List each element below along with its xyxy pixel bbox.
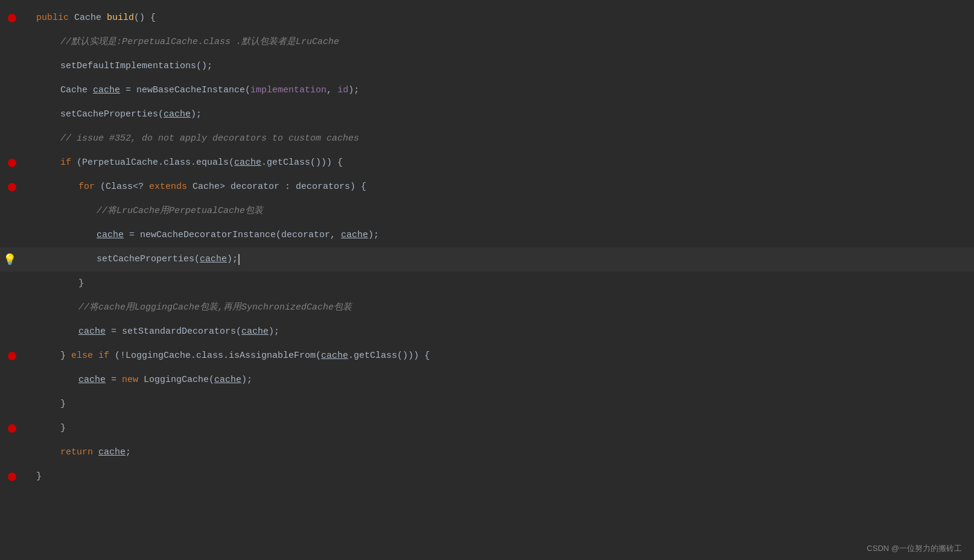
plain: setDefaultImplementations(); (60, 54, 212, 78)
line-content-16: cache = new LoggingCache(cache); (24, 368, 252, 392)
var-cache: cache (321, 344, 348, 368)
keyword: public (36, 6, 74, 30)
code-line-9: //将LruCache用PerpetualCache包装 (0, 199, 974, 223)
breakpoint-18 (8, 424, 16, 433)
code-line-11: 💡 setCacheProperties(cache); (0, 247, 974, 272)
keyword: return (60, 441, 98, 465)
plain: LoggingCache( (144, 368, 214, 392)
line-content-6: // issue #352, do not apply decorators t… (24, 127, 359, 151)
breakpoint-1 (8, 14, 16, 22)
type: Cache (74, 6, 107, 30)
keyword: new (122, 368, 144, 392)
code-line-5: setCacheProperties(cache); (0, 103, 974, 127)
var-cache: cache (214, 368, 241, 392)
line-content-8: for (Class<? extends Cache> decorator : … (24, 175, 366, 199)
extends-keyword: extends (149, 175, 193, 199)
keyword: else if (71, 344, 115, 368)
var-cache: cache (98, 441, 126, 465)
var-cache: cache (241, 320, 269, 344)
code-line-1: public Cache build() { (0, 6, 974, 30)
code-line-10: cache = newCacheDecoratorInstance(decora… (0, 223, 974, 247)
plain: ); (368, 223, 379, 247)
code-line-20: } (0, 465, 974, 489)
watermark: CSDN @一位努力的搬砖工 (867, 543, 962, 554)
plain: .getClass())) { (348, 344, 430, 368)
comment: //将LruCache用PerpetualCache包装 (97, 199, 263, 223)
code-line-15: } else if (!LoggingCache.class.isAssigna… (0, 344, 974, 368)
code-line-13: //将cache用LoggingCache包装,再用SynchronizedCa… (0, 296, 974, 320)
code-line-3: setDefaultImplementations(); (0, 54, 974, 78)
breakpoint-20 (8, 472, 16, 481)
plain: ); (348, 78, 359, 103)
plain: ); (269, 320, 279, 344)
line-content-15: } else if (!LoggingCache.class.isAssigna… (24, 344, 430, 368)
text-cursor (238, 254, 240, 265)
plain: () { (134, 6, 156, 30)
line-content-13: //将cache用LoggingCache包装,再用SynchronizedCa… (24, 296, 352, 320)
line-content-4: Cache cache = newBaseCacheInstance(imple… (24, 78, 359, 103)
var-cache: cache (78, 368, 106, 392)
plain: setCacheProperties( (60, 103, 164, 127)
breakpoint-15 (8, 352, 16, 360)
plain: ); (191, 103, 202, 127)
line-content-17: } (24, 392, 66, 416)
code-line-18: } (0, 416, 974, 441)
plain: ); (227, 247, 238, 272)
var-cache: cache (200, 247, 227, 272)
line-content-7: if (PerpetualCache.class.equals(cache.ge… (24, 151, 343, 175)
plain: } (36, 465, 42, 489)
line-content-18: } (24, 416, 66, 441)
code-line-17: } (0, 392, 974, 416)
code-editor: public Cache build() { //默认实现是:Perpetual… (0, 0, 974, 560)
comment: //默认实现是:PerpetualCache.class .默认包装者是LruC… (60, 30, 339, 54)
breakpoint-8 (8, 183, 16, 191)
code-line-12: } (0, 272, 974, 296)
plain: } (60, 344, 71, 368)
var-cache: cache (78, 320, 106, 344)
bulb-icon: 💡 (3, 253, 16, 266)
plain: setCacheProperties( (97, 247, 200, 272)
line-content-9: //将LruCache用PerpetualCache包装 (24, 199, 263, 223)
var-cache: cache (93, 78, 120, 103)
line-content-11: setCacheProperties(cache); (24, 247, 240, 272)
plain: .getClass())) { (261, 151, 343, 175)
line-content-19: return cache; (24, 441, 131, 465)
line-content-1: public Cache build() { (24, 6, 156, 30)
breakpoint-7 (8, 159, 16, 167)
var-cache: cache (234, 151, 261, 175)
code-line-14: cache = setStandardDecorators(cache); (0, 320, 974, 344)
var-cache: cache (164, 103, 191, 127)
plain: } (60, 392, 66, 416)
keyword: for (78, 175, 100, 199)
param: id (337, 78, 348, 103)
plain: (!LoggingCache.class.isAssignableFrom( (115, 344, 321, 368)
plain: = newBaseCacheInstance( (120, 78, 250, 103)
comment: // issue #352, do not apply decorators t… (60, 127, 359, 151)
plain: } (78, 272, 84, 296)
plain: } (60, 416, 66, 441)
line-content-2: //默认实现是:PerpetualCache.class .默认包装者是LruC… (24, 30, 339, 54)
type: Cache (60, 78, 93, 103)
code-line-6: // issue #352, do not apply decorators t… (0, 127, 974, 151)
line-content-3: setDefaultImplementations(); (24, 54, 212, 78)
code-line-4: Cache cache = newBaseCacheInstance(imple… (0, 78, 974, 103)
plain: = (106, 368, 122, 392)
keyword: if (60, 151, 77, 175)
plain: = setStandardDecorators( (106, 320, 241, 344)
line-content-5: setCacheProperties(cache); (24, 103, 202, 127)
code-line-19: return cache; (0, 441, 974, 465)
var-cache: cache (341, 223, 368, 247)
code-line-2: //默认实现是:PerpetualCache.class .默认包装者是LruC… (0, 30, 974, 54)
code-line-7: if (PerpetualCache.class.equals(cache.ge… (0, 151, 974, 175)
plain: Cache> decorator : decorators) { (193, 175, 366, 199)
plain: = newCacheDecoratorInstance(decorator, (124, 223, 341, 247)
code-line-8: for (Class<? extends Cache> decorator : … (0, 175, 974, 199)
line-content-20: } (24, 465, 42, 489)
var-cache: cache (97, 223, 124, 247)
plain: (Class<? (100, 175, 149, 199)
plain: ; (126, 441, 131, 465)
line-content-12: } (24, 272, 84, 296)
plain: (PerpetualCache.class.equals( (77, 151, 234, 175)
comment: //将cache用LoggingCache包装,再用SynchronizedCa… (78, 296, 352, 320)
plain: , (326, 78, 337, 103)
